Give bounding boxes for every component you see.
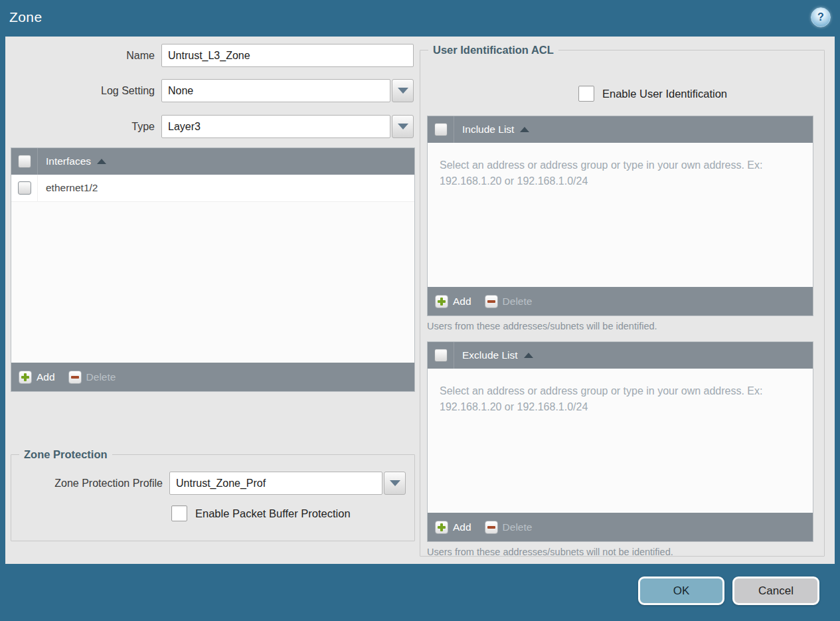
include-list-header-label: Include List — [462, 124, 514, 135]
packet-buffer-protection-label: Enable Packet Buffer Protection — [195, 507, 351, 520]
enable-user-identification-row: Enable User Identification — [578, 86, 727, 102]
delete-icon — [68, 371, 82, 384]
type-dropdown-button[interactable] — [392, 115, 414, 138]
chevron-down-icon — [398, 88, 408, 94]
exclude-list-note: Users from these addresses/subnets will … — [427, 547, 673, 557]
packet-buffer-protection-row: Enable Packet Buffer Protection — [171, 505, 414, 521]
log-setting-input[interactable] — [161, 79, 390, 102]
interfaces-header-label: Interfaces — [46, 155, 91, 167]
add-icon — [19, 371, 32, 384]
enable-user-identification-label: Enable User Identification — [602, 88, 727, 100]
exclude-list-header: Exclude List — [428, 342, 813, 369]
zone-protection-section: Zone Protection Zone Protection Profile … — [11, 448, 415, 541]
delete-icon — [485, 521, 498, 534]
exclude-list-placeholder: Select an address or address group or ty… — [440, 383, 801, 415]
cancel-button[interactable]: Cancel — [732, 577, 819, 605]
include-list-placeholder: Select an address or address group or ty… — [440, 157, 801, 189]
include-list-table: Include List Select an address or addres… — [427, 116, 813, 316]
type-label: Type — [5, 121, 155, 133]
interfaces-table: Interfaces ethernet1/2 Add Delete — [11, 147, 415, 392]
exclude-list-header-label: Exclude List — [462, 349, 518, 361]
dialog-title: Zone — [9, 9, 42, 25]
add-label: Add — [453, 296, 471, 308]
interfaces-table-body: ethernet1/2 — [11, 175, 414, 363]
include-select-all-cell — [428, 116, 454, 143]
interfaces-select-all-cell — [11, 148, 38, 175]
include-list-body[interactable]: Select an address or address group or ty… — [428, 143, 813, 287]
delete-label: Delete — [503, 521, 533, 533]
zone-protection-legend: Zone Protection — [19, 448, 112, 461]
include-add-button[interactable]: Add — [435, 295, 471, 308]
exclude-select-all-cell — [428, 342, 454, 369]
enable-user-identification-checkbox[interactable] — [578, 86, 594, 102]
user-identification-acl-legend: User Identification ACL — [428, 44, 558, 56]
add-icon — [435, 521, 448, 534]
row-checkbox[interactable] — [18, 181, 31, 195]
add-icon — [435, 295, 448, 308]
log-setting-label: Log Setting — [5, 85, 155, 97]
help-icon[interactable]: ? — [811, 7, 831, 27]
delete-icon — [485, 295, 498, 308]
include-list-toolbar: Add Delete — [428, 287, 813, 315]
log-setting-dropdown-button[interactable] — [392, 79, 414, 102]
chevron-down-icon — [390, 480, 400, 486]
sort-ascending-icon[interactable] — [524, 353, 533, 358]
exclude-list-toolbar: Add Delete — [428, 513, 813, 541]
name-label: Name — [5, 50, 155, 62]
log-setting-row: Log Setting — [5, 79, 414, 102]
type-input[interactable] — [161, 115, 390, 138]
interfaces-table-header: Interfaces — [11, 148, 414, 175]
include-select-all-checkbox[interactable] — [434, 123, 448, 136]
add-label: Add — [37, 371, 55, 383]
exclude-delete-button[interactable]: Delete — [485, 521, 533, 534]
exclude-select-all-checkbox[interactable] — [434, 349, 448, 362]
include-list-header: Include List — [428, 116, 813, 143]
help-glyph: ? — [817, 11, 824, 23]
user-identification-acl-section: User Identification ACL Enable User Iden… — [420, 44, 825, 557]
delete-label: Delete — [86, 371, 116, 383]
interface-name: ethernet1/2 — [46, 182, 98, 194]
row-checkbox-cell — [11, 175, 38, 201]
type-row: Type — [5, 115, 414, 138]
exclude-add-button[interactable]: Add — [435, 521, 471, 534]
interfaces-toolbar: Add Delete — [11, 363, 414, 391]
name-input[interactable] — [161, 44, 414, 67]
interfaces-delete-button[interactable]: Delete — [68, 371, 116, 384]
sort-ascending-icon[interactable] — [97, 159, 106, 164]
delete-label: Delete — [503, 296, 533, 308]
interfaces-select-all-checkbox[interactable] — [18, 155, 31, 168]
zone-dialog: Name Log Setting Type Interfaces — [5, 37, 835, 564]
sort-ascending-icon[interactable] — [520, 127, 529, 132]
include-list-note: Users from these addresses/subnets will … — [427, 321, 657, 331]
name-row: Name — [5, 44, 414, 67]
exclude-list-body[interactable]: Select an address or address group or ty… — [428, 369, 813, 513]
ok-button[interactable]: OK — [638, 577, 724, 605]
zone-protection-profile-label: Zone Protection Profile — [11, 478, 163, 489]
include-delete-button[interactable]: Delete — [485, 295, 533, 308]
zone-protection-profile-row: Zone Protection Profile — [11, 472, 414, 495]
packet-buffer-protection-checkbox[interactable] — [171, 505, 187, 521]
chevron-down-icon — [398, 124, 408, 130]
zone-protection-profile-dropdown-button[interactable] — [384, 472, 406, 495]
zone-protection-profile-input[interactable] — [169, 472, 382, 495]
interfaces-add-button[interactable]: Add — [19, 371, 55, 384]
exclude-list-table: Exclude List Select an address or addres… — [427, 341, 813, 542]
add-label: Add — [453, 521, 471, 533]
table-row[interactable]: ethernet1/2 — [11, 175, 414, 202]
